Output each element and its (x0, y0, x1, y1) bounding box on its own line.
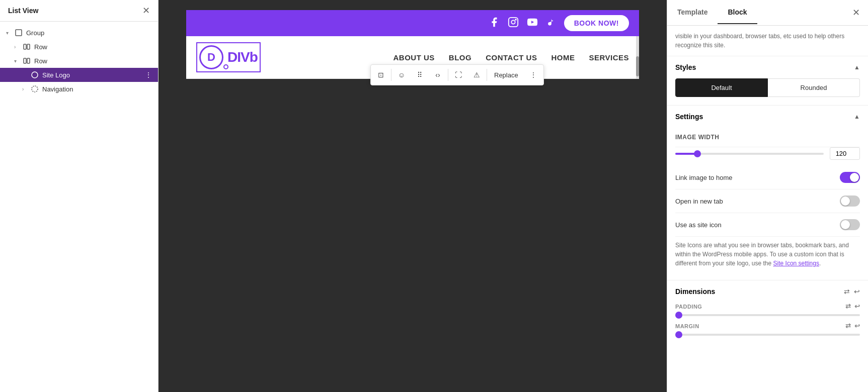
image-width-row: IMAGE WIDTH (675, 128, 860, 147)
dimensions-header: 5 Dimensions ⇄ ↩ (667, 280, 868, 303)
emoji-button[interactable]: ☺ (392, 66, 411, 84)
margin-label-row: MARGIN ⇄ ↩ (675, 322, 860, 330)
youtube-icon[interactable] (527, 17, 538, 30)
kebab-icon[interactable]: ⋮ (145, 71, 152, 79)
styles-section: 1 Styles ▲ Default Rounded (667, 56, 868, 105)
panel-tabs: Template Block (667, 1, 844, 24)
margin-slider[interactable] (675, 334, 860, 336)
nav-link-services[interactable]: SERVICES (589, 53, 629, 62)
dimensions-section: 5 Dimensions ⇄ ↩ PADDING ⇄ ↩ (667, 280, 868, 342)
site-icon-link[interactable]: Site Icon settings (773, 260, 819, 267)
dimensions-link-icon[interactable]: ↩ (854, 287, 860, 296)
padding-slider[interactable] (675, 314, 860, 316)
tiktok-icon[interactable] (546, 17, 556, 30)
svg-rect-2 (27, 44, 30, 49)
tree-item-site-logo[interactable]: Site Logo ⋮ (0, 68, 158, 82)
site-icon-toggle[interactable] (840, 219, 860, 230)
tree-area: ▾ Group › Row ▾ Row (0, 22, 158, 392)
list-view-header: List View ✕ (0, 0, 158, 22)
site-icon-row: Use as site icon (675, 213, 860, 237)
canvas-below (159, 206, 667, 392)
svg-point-5 (32, 72, 38, 78)
toolbar-divider-3 (487, 69, 487, 81)
styles-header[interactable]: Styles ▲ (667, 56, 868, 78)
padding-label-row: PADDING ⇄ ↩ (675, 303, 860, 310)
image-width-input[interactable]: 120 (830, 147, 860, 160)
settings-section: Settings ▲ 2 IMAGE WIDTH (667, 105, 868, 280)
facebook-icon[interactable] (489, 17, 500, 30)
tree-item-group[interactable]: ▾ Group (0, 26, 158, 40)
svg-rect-4 (27, 58, 30, 63)
nav-link-home[interactable]: HOME (551, 53, 575, 62)
instagram-icon[interactable] (508, 17, 519, 30)
crop-button[interactable]: ⛶ (449, 66, 467, 84)
more-options-button[interactable]: ⋮ (524, 66, 542, 84)
style-rounded-button[interactable]: Rounded (768, 78, 860, 97)
tree-item-label: Navigation (42, 85, 152, 93)
styles-label: Styles (675, 63, 696, 71)
site-icon-desc-end: . (819, 260, 821, 267)
site-logo[interactable]: D DIVb (196, 42, 261, 72)
drag-button[interactable]: ⠿ (411, 66, 429, 84)
tab-block[interactable]: Block (718, 1, 757, 24)
settings-label: Settings (675, 113, 703, 121)
canvas: BOOK NOW! ⊡ ☺ ⠿ ‹› ⛶ ⚠ Replace ⋮ D D (186, 10, 639, 79)
tree-item-row2[interactable]: ▾ Row (0, 54, 158, 68)
dimensions-reset-icon[interactable]: ⇄ (844, 287, 850, 296)
step-2: 2 (667, 128, 667, 142)
margin-label: MARGIN (675, 323, 699, 329)
toolbar-divider-2 (448, 69, 448, 81)
warning-button[interactable]: ⚠ (467, 66, 486, 84)
new-tab-row: 4 Open in new tab (675, 189, 860, 213)
dimensions-title-area: 5 Dimensions (675, 287, 715, 296)
block-toolbar: ⊡ ☺ ⠿ ‹› ⛶ ⚠ Replace ⋮ (370, 64, 544, 85)
link-image-label: Link image to home (675, 174, 732, 181)
step-3: 3 (667, 177, 667, 191)
link-image-toggle[interactable] (840, 172, 860, 183)
replace-button[interactable]: Replace (488, 66, 524, 84)
padding-link-icon[interactable]: ↩ (854, 303, 860, 310)
margin-icons: ⇄ ↩ (845, 322, 860, 330)
site-icon-desc-text: Site Icons are what you see in browser t… (675, 242, 849, 267)
close-list-view-button[interactable]: ✕ (142, 6, 150, 15)
tab-template[interactable]: Template (667, 1, 718, 24)
list-view-title: List View (8, 7, 38, 15)
padding-reset-icon[interactable]: ⇄ (845, 303, 851, 310)
row-icon (22, 42, 31, 51)
right-panel-header: Template Block ✕ (667, 0, 868, 26)
step-4: 4 (667, 201, 667, 215)
tree-item-navigation[interactable]: › Navigation (0, 82, 158, 96)
nav-link-blog[interactable]: BLOG (449, 53, 471, 62)
logo-dot (223, 64, 228, 69)
site-icon-label: Use as site icon (675, 221, 722, 229)
dimensions-label: Dimensions (675, 287, 715, 296)
book-now-button[interactable]: BOOK NOW! (564, 15, 629, 31)
nav-arrows-button[interactable]: ‹› (429, 66, 447, 84)
tree-item-label: Row (34, 57, 152, 65)
svg-point-6 (32, 86, 38, 92)
description-text: visible in your dashboard, browser tabs,… (675, 33, 844, 49)
image-width-slider[interactable] (675, 153, 824, 155)
nav-links: ABOUT US BLOG CONTACT US HOME SERVICES (393, 53, 629, 62)
nav-link-contact[interactable]: CONTACT US (486, 53, 537, 62)
nav-link-about[interactable]: ABOUT US (393, 53, 435, 62)
tree-item-label: Site Logo (42, 71, 143, 79)
margin-link-icon[interactable]: ↩ (854, 322, 860, 330)
group-icon (14, 28, 23, 37)
link-image-row: 3 Link image to home (675, 166, 860, 189)
style-options: Default Rounded (667, 78, 868, 105)
new-tab-toggle[interactable] (840, 195, 860, 207)
style-default-button[interactable]: Default (675, 78, 768, 97)
svg-point-8 (511, 20, 515, 24)
margin-reset-icon[interactable]: ⇄ (845, 322, 851, 330)
tree-item-row1[interactable]: › Row (0, 40, 158, 54)
new-tab-label: Open in new tab (675, 198, 723, 205)
toolbar-divider (391, 69, 391, 81)
settings-header[interactable]: Settings ▲ (667, 106, 868, 128)
slider-thumb (694, 150, 701, 157)
align-button[interactable]: ⊡ (372, 66, 390, 84)
svg-rect-3 (24, 58, 26, 63)
close-panel-button[interactable]: ✕ (844, 0, 868, 25)
site-logo-icon (30, 70, 39, 79)
settings-chevron-icon: ▲ (854, 113, 860, 120)
